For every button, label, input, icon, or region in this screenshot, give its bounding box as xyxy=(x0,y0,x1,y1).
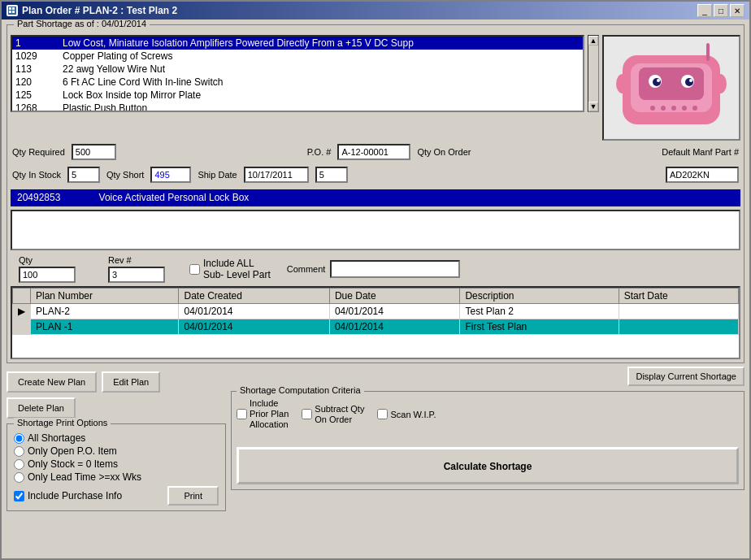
subtract-qty-label: Subtract QtyOn Order xyxy=(315,404,364,425)
ship-date-input[interactable] xyxy=(244,167,309,183)
qty-on-order-input[interactable] xyxy=(315,167,348,183)
include-purchase-item: Include Purchase Info xyxy=(14,490,122,501)
edit-plan-button[interactable]: Edit Plan xyxy=(102,371,160,393)
qty-on-order-label: Qty On Order xyxy=(417,147,471,157)
qty-short-label: Qty Short xyxy=(106,170,144,180)
print-button[interactable]: Print xyxy=(167,486,219,506)
highlighted-part-row: 20492853 Voice Activated Personal Lock B… xyxy=(11,189,740,206)
qty-in-stock-input[interactable] xyxy=(67,167,100,183)
plan-table[interactable]: Plan Number Date Created Due Date Descri… xyxy=(11,286,740,359)
part-list-item[interactable]: 1 Low Cost, Miniature Isolation Amplifie… xyxy=(12,37,583,50)
white-area xyxy=(11,210,740,250)
plan-action-buttons: Create New Plan Edit Plan Delete Plan xyxy=(7,367,226,423)
row-description: Test Plan 2 xyxy=(460,304,619,319)
part-list-scrollbar[interactable]: ▲ ▼ xyxy=(588,35,599,112)
svg-point-10 xyxy=(653,78,661,86)
rev-input[interactable] xyxy=(108,267,165,283)
svg-point-15 xyxy=(714,74,727,93)
row-arrow: ▶ xyxy=(13,304,31,319)
qty-short-input[interactable] xyxy=(150,167,191,183)
shortage-criteria-group: Shortage Computation Criteria IncludePri… xyxy=(231,391,744,490)
radio-stock-zero-input[interactable] xyxy=(14,459,24,470)
part-list-item[interactable]: 125 Lock Box Inside top Mirror Plate xyxy=(12,89,583,102)
radio-all-shortages: All Shortages xyxy=(14,432,219,444)
part-list-item[interactable]: 1268 Plastic Push Button xyxy=(12,102,583,112)
col-start-date: Start Date xyxy=(619,289,738,304)
scan-wip-checkbox[interactable] xyxy=(377,409,388,419)
radio-stock-zero: Only Stock = 0 Items xyxy=(14,458,219,470)
radio-all-shortages-label: All Shortages xyxy=(28,432,85,444)
qty-section: Qty xyxy=(19,255,76,283)
svg-point-18 xyxy=(671,106,676,111)
prior-plan-checkbox[interactable] xyxy=(237,409,247,419)
plan-table-inner: Plan Number Date Created Due Date Descri… xyxy=(12,288,739,335)
part-list-item[interactable]: 113 22 awg Yellow Wire Nut xyxy=(12,63,583,76)
subtract-qty-checkbox[interactable] xyxy=(302,409,312,419)
display-shortage-button[interactable]: Display Current Shortage xyxy=(627,367,744,386)
svg-rect-1 xyxy=(9,7,11,10)
row-description: First Test Plan xyxy=(460,319,619,335)
svg-point-16 xyxy=(650,106,655,111)
delete-plan-button[interactable]: Delete Plan xyxy=(7,397,76,419)
highlighted-part-desc: Voice Activated Personal Lock Box xyxy=(99,192,250,203)
radio-lead-time: Only Lead Time >=xx Wks xyxy=(14,471,219,483)
title-bar: Plan Order # PLAN-2 : Test Plan 2 _ □ ✕ xyxy=(2,2,749,20)
svg-point-19 xyxy=(682,106,687,111)
qty-input[interactable] xyxy=(19,267,76,283)
po-input[interactable] xyxy=(337,144,410,160)
row-date-created: 04/01/2014 xyxy=(179,304,329,319)
radio-stock-zero-label: Only Stock = 0 Items xyxy=(28,458,118,470)
col-description: Description xyxy=(460,289,619,304)
comment-input[interactable] xyxy=(330,260,460,278)
include-purchase-checkbox[interactable] xyxy=(14,491,24,501)
svg-point-11 xyxy=(685,78,693,86)
row-plan-number: PLAN -1 xyxy=(31,319,179,335)
window-title: Plan Order # PLAN-2 : Test Plan 2 xyxy=(22,5,177,16)
rev-section: Rev # xyxy=(108,255,165,283)
svg-rect-4 xyxy=(12,11,15,13)
po-label: P.O. # xyxy=(307,147,332,157)
table-row[interactable]: PLAN -1 04/01/2014 04/01/2014 First Test… xyxy=(13,319,739,335)
qty-required-input[interactable] xyxy=(72,144,116,160)
radio-lead-time-input[interactable] xyxy=(14,472,24,483)
row-due-date: 04/01/2014 xyxy=(329,319,460,335)
radio-open-po: Only Open P.O. Item xyxy=(14,445,219,457)
part-list-item[interactable]: 120 6 Ft AC Line Cord With In-line Switc… xyxy=(12,76,583,89)
part-shortage-group: Part Shortage as of : 04/01/2014 1 Low C… xyxy=(7,24,744,363)
scroll-down-btn[interactable]: ▼ xyxy=(588,102,598,111)
qty-in-stock-label: Qty In Stock xyxy=(12,170,61,180)
scroll-up-btn[interactable]: ▲ xyxy=(588,36,598,46)
prior-plan-option: IncludePrior PlanAllocation xyxy=(237,398,289,431)
col-plan-number: Plan Number xyxy=(31,289,179,304)
svg-rect-21 xyxy=(706,43,710,61)
maximize-button[interactable]: □ xyxy=(714,4,728,17)
include-all-checkbox[interactable] xyxy=(189,264,200,275)
highlighted-part-id: 20492853 xyxy=(17,192,60,203)
part-list-item[interactable]: 1029 Copper Plating of Screws xyxy=(12,50,583,63)
include-all-label: Include ALL xyxy=(203,258,271,269)
default-manf-label: Default Manf Part # xyxy=(662,147,739,157)
minimize-button[interactable]: _ xyxy=(697,4,712,17)
svg-rect-7 xyxy=(639,67,704,100)
comment-section: Comment xyxy=(287,260,461,278)
prior-plan-label: IncludePrior PlanAllocation xyxy=(250,398,289,431)
create-plan-button[interactable]: Create New Plan xyxy=(7,371,97,393)
qty-label: Qty xyxy=(19,255,33,265)
window-icon xyxy=(7,5,18,16)
radio-open-po-input[interactable] xyxy=(14,446,24,457)
calculate-shortage-button[interactable]: Calculate Shortage xyxy=(237,447,739,484)
close-button[interactable]: ✕ xyxy=(730,4,744,17)
print-options-label: Shortage Print Options xyxy=(14,418,111,428)
radio-all-shortages-input[interactable] xyxy=(14,433,24,444)
include-all-section: Include ALL Sub- Level Part xyxy=(189,258,271,280)
part-list[interactable]: 1 Low Cost, Miniature Isolation Amplifie… xyxy=(11,35,584,112)
table-row[interactable]: ▶ PLAN-2 04/01/2014 04/01/2014 Test Plan… xyxy=(13,304,739,319)
radio-lead-time-label: Only Lead Time >=xx Wks xyxy=(28,471,141,483)
comment-label: Comment xyxy=(287,264,326,274)
default-manf-input[interactable] xyxy=(666,167,739,183)
row-start-date xyxy=(619,319,738,335)
svg-point-14 xyxy=(616,74,629,93)
print-options-group: Shortage Print Options All Shortages Onl… xyxy=(7,423,226,511)
col-arrow xyxy=(13,289,31,304)
qty-required-label: Qty Required xyxy=(12,147,65,157)
